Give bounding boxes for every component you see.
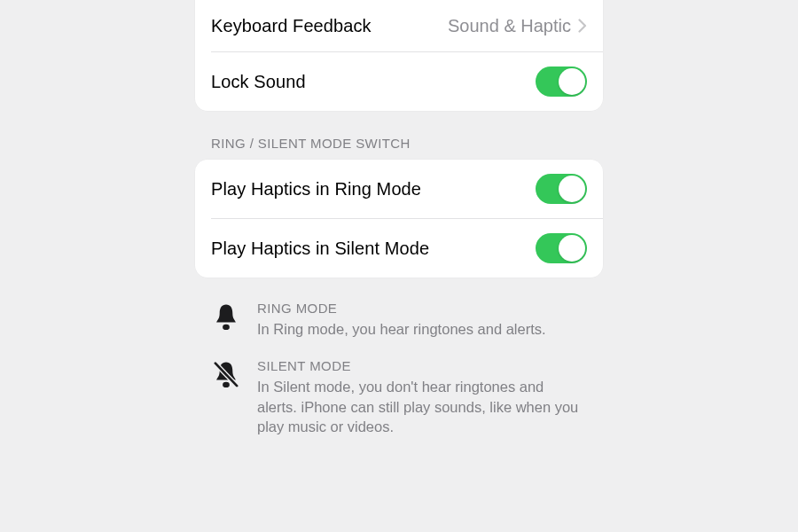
settings-group-haptics: Play Haptics in Ring Mode Play Haptics i… (195, 160, 603, 278)
bell-slash-icon (211, 360, 241, 390)
row-lock-sound: Lock Sound (195, 52, 603, 111)
footer-ring-mode: RING MODE In Ring mode, you hear rington… (195, 278, 603, 346)
settings-group-sounds: Keyboard Feedback Sound & Haptic Lock So… (195, 0, 603, 111)
toggle-knob (559, 176, 585, 202)
toggle-ring-haptics[interactable] (536, 174, 587, 204)
row-label: Keyboard Feedback (211, 16, 448, 36)
footer-title: SILENT MODE (257, 358, 587, 373)
footer-text: SILENT MODE In Silent mode, you don't he… (257, 358, 587, 436)
row-silent-haptics: Play Haptics in Silent Mode (195, 219, 603, 278)
chevron-right-icon (578, 19, 587, 33)
row-label: Lock Sound (211, 72, 536, 92)
toggle-knob (559, 68, 585, 95)
row-label: Play Haptics in Ring Mode (211, 179, 536, 200)
svg-point-0 (223, 325, 230, 330)
bell-icon (211, 302, 241, 332)
row-keyboard-feedback[interactable]: Keyboard Feedback Sound & Haptic (195, 0, 603, 51)
svg-point-1 (223, 382, 230, 387)
footer-desc: In Silent mode, you don't hear ringtones… (257, 377, 587, 436)
row-value: Sound & Haptic (448, 16, 571, 36)
settings-page: Keyboard Feedback Sound & Haptic Lock So… (195, 0, 603, 443)
footer-title: RING MODE (257, 301, 587, 316)
row-ring-haptics: Play Haptics in Ring Mode (195, 160, 603, 218)
section-header-ring-silent: RING / SILENT MODE SWITCH (195, 111, 603, 160)
toggle-silent-haptics[interactable] (536, 233, 587, 263)
footer-silent-mode: SILENT MODE In Silent mode, you don't he… (195, 346, 603, 443)
row-label: Play Haptics in Silent Mode (211, 239, 536, 259)
footer-desc: In Ring mode, you hear ringtones and ale… (257, 319, 587, 339)
toggle-knob (559, 235, 585, 262)
toggle-lock-sound[interactable] (536, 66, 587, 97)
footer-text: RING MODE In Ring mode, you hear rington… (257, 301, 587, 339)
